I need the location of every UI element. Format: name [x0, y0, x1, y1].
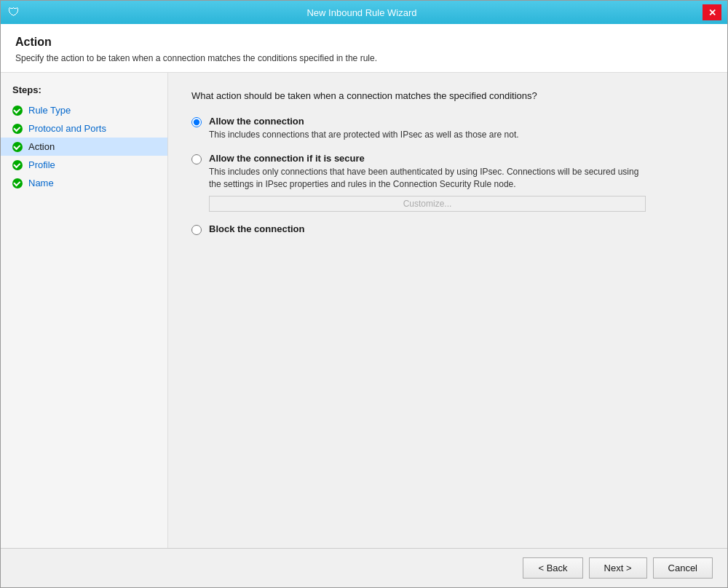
- sidebar-item-label-action: Action: [28, 141, 55, 152]
- window-title: New Inbound Rule Wizard: [21, 7, 703, 18]
- radio-allow[interactable]: [191, 117, 202, 127]
- sidebar-item-label-profile: Profile: [28, 159, 55, 170]
- sidebar-item-rule-type[interactable]: Rule Type: [1, 101, 167, 119]
- window-icon: 🛡: [7, 5, 21, 20]
- option-allow-secure-title[interactable]: Allow the connection if it is secure: [209, 153, 646, 164]
- right-panel: What action should be taken when a conne…: [168, 73, 727, 548]
- sidebar-item-label-name: Name: [28, 178, 54, 188]
- sidebar-item-name[interactable]: Name: [1, 174, 167, 192]
- sidebar-item-protocol-ports[interactable]: Protocol and Ports: [1, 119, 167, 138]
- next-button[interactable]: Next >: [589, 557, 647, 579]
- step-dot-protocol-ports: [12, 124, 23, 134]
- back-button[interactable]: < Back: [523, 557, 582, 579]
- step-dot-rule-type: [12, 106, 23, 116]
- option-block-content: Block the connection: [209, 223, 304, 234]
- option-allow: Allow the connection This includes conne…: [191, 116, 704, 141]
- header-section: Action Specify the action to be taken wh…: [1, 24, 727, 73]
- footer: < Back Next > Cancel: [1, 548, 727, 587]
- main-content: Steps: Rule Type Protocol and Ports Acti…: [1, 73, 727, 548]
- content-area: Action Specify the action to be taken wh…: [1, 24, 727, 548]
- question-text: What action should be taken when a conne…: [191, 90, 704, 101]
- sidebar-item-action[interactable]: Action: [1, 138, 167, 156]
- cancel-button[interactable]: Cancel: [653, 557, 713, 579]
- option-group: Allow the connection This includes conne…: [191, 116, 704, 235]
- close-button[interactable]: ✕: [703, 4, 721, 20]
- page-title: Action: [15, 36, 713, 49]
- wizard-window: 🛡 New Inbound Rule Wizard ✕ Action Speci…: [0, 0, 728, 588]
- option-allow-secure: Allow the connection if it is secure Thi…: [191, 153, 704, 212]
- sidebar-item-label-rule-type: Rule Type: [28, 105, 71, 116]
- step-dot-action: [12, 142, 23, 152]
- sidebar-item-label-protocol-ports: Protocol and Ports: [28, 123, 106, 134]
- option-block-title[interactable]: Block the connection: [209, 223, 304, 234]
- option-allow-content: Allow the connection This includes conne…: [209, 116, 519, 141]
- option-allow-secure-content: Allow the connection if it is secure Thi…: [209, 153, 646, 212]
- page-description: Specify the action to be taken when a co…: [15, 53, 713, 63]
- title-bar: 🛡 New Inbound Rule Wizard ✕: [1, 1, 727, 24]
- customize-button[interactable]: Customize...: [209, 196, 646, 212]
- steps-label: Steps:: [1, 84, 167, 101]
- sidebar: Steps: Rule Type Protocol and Ports Acti…: [1, 73, 168, 548]
- radio-block[interactable]: [191, 225, 202, 235]
- option-block: Block the connection: [191, 223, 704, 235]
- radio-allow-secure[interactable]: [191, 154, 202, 164]
- sidebar-item-profile[interactable]: Profile: [1, 156, 167, 174]
- step-dot-name: [12, 178, 23, 188]
- option-allow-secure-desc: This includes only connections that have…: [209, 166, 646, 191]
- step-dot-profile: [12, 160, 23, 170]
- option-allow-title[interactable]: Allow the connection: [209, 116, 519, 127]
- option-allow-desc: This includes connections that are prote…: [209, 129, 519, 141]
